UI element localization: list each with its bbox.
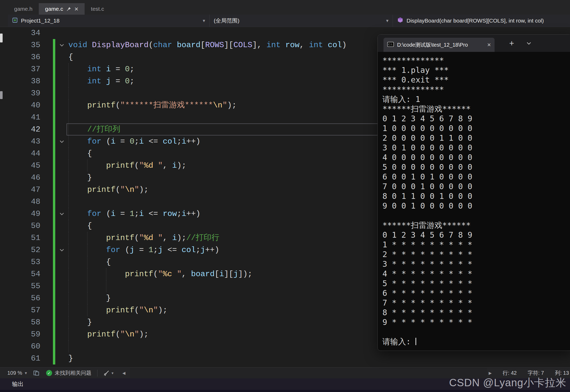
terminal-line: 请输入: 1 (382, 94, 570, 104)
change-tracking-bar (53, 172, 55, 184)
line-number: 48 (0, 196, 44, 208)
change-tracking-bar (53, 304, 55, 316)
line-number: 37 (0, 63, 44, 75)
fold-chevron-icon[interactable] (55, 244, 68, 256)
change-tracking-bar (53, 123, 55, 135)
indent-guide (68, 244, 69, 256)
horizontal-scrollbar[interactable] (130, 368, 487, 378)
change-tracking-bar (53, 39, 55, 51)
indent-guide (68, 196, 69, 208)
fold-margin (55, 280, 68, 292)
line-number: 50 (0, 220, 44, 232)
terminal-line: 9 0 0 1 0 0 0 0 0 0 (382, 201, 570, 211)
change-tracking-bar (53, 340, 55, 352)
code-cleanup-button[interactable]: ▾ (103, 370, 114, 376)
fold-margin (55, 352, 68, 364)
close-icon[interactable]: × (487, 41, 491, 48)
indent-guide (68, 304, 69, 316)
pin-icon[interactable] (66, 7, 71, 12)
tab-game-c[interactable]: game.c× (39, 3, 85, 15)
terminal-line: ************* (382, 85, 570, 94)
tab-label: game.h (14, 6, 32, 12)
indent-guide (68, 111, 69, 123)
terminal-line: 7 0 0 0 1 0 0 0 0 0 (382, 182, 570, 191)
change-tracking-bar (53, 99, 55, 111)
svg-text:C:\: C:\ (388, 43, 392, 46)
fold-chevron-icon[interactable] (55, 39, 68, 51)
indent-guide (68, 75, 69, 87)
indent-guide (106, 280, 106, 292)
fold-margin (55, 99, 68, 111)
indent-guide (68, 328, 69, 340)
terminal-tab-title: D:\code测试版\test_12_18\Pro (397, 41, 484, 48)
change-tracking-bar (53, 184, 55, 196)
indent-guide (68, 123, 69, 135)
scroll-right-button[interactable]: ▶ (489, 371, 492, 375)
fold-margin (55, 292, 68, 304)
divider (97, 370, 97, 377)
member-dropdown[interactable]: DisplayBoard(char board[ROWS][COLS], int… (393, 15, 570, 27)
indent-guide (87, 244, 87, 256)
fold-chevron-icon[interactable] (55, 135, 68, 148)
vs-ide-window: game.hgame.c×test.c Project1_12_18 ▾ (全局… (0, 0, 570, 392)
indent-guide (68, 232, 69, 244)
console-icon: C:\ (387, 41, 394, 49)
indent-guide (87, 268, 87, 280)
project-dropdown-label: Project1_12_18 (21, 18, 59, 24)
fold-margin (55, 160, 68, 172)
indent-guide (68, 172, 69, 184)
line-number: 41 (0, 111, 44, 123)
terminal-line: 8 0 1 1 0 0 1 0 0 0 (382, 191, 570, 201)
line-number: 43 (0, 135, 44, 148)
change-tracking-bar (53, 268, 55, 280)
fold-chevron-icon[interactable] (55, 208, 68, 220)
issues-label: 未找到相关问题 (55, 369, 91, 377)
terminal-tab[interactable]: C:\ D:\code测试版\test_12_18\Pro × (383, 38, 495, 52)
scope-dropdown[interactable]: (全局范围) ▾ (210, 15, 393, 27)
terminal-line: 4 * * * * * * * * * (382, 269, 570, 279)
line-number: 34 (0, 27, 44, 39)
indent-guide (68, 316, 69, 328)
change-tracking-bar (53, 63, 55, 75)
document-tabbar: game.hgame.c×test.c (0, 0, 570, 15)
fold-margin (55, 51, 68, 63)
scroll-left-button[interactable]: ◀ (122, 371, 125, 375)
indent-guide (68, 280, 69, 292)
project-dropdown[interactable]: Project1_12_18 ▾ (8, 15, 210, 27)
tab-dropdown-button[interactable] (526, 40, 532, 46)
terminal-line: 2 * * * * * * * * * (382, 249, 570, 259)
prompt-text: 请输入: (382, 337, 415, 346)
fold-margin (55, 27, 68, 39)
terminal-output[interactable]: **************** 1.play ****** 0.exit **… (378, 52, 570, 346)
terminal-titlebar[interactable]: C:\ D:\code测试版\test_12_18\Pro × + (378, 35, 570, 52)
check-icon: ✓ (46, 370, 52, 376)
tab-game-h[interactable]: game.h (8, 3, 39, 15)
fold-margin (55, 268, 68, 280)
indent-guide (68, 87, 69, 99)
close-icon[interactable]: × (74, 6, 78, 12)
terminal-line: ************* (382, 56, 570, 65)
tab-label: game.c (45, 6, 63, 12)
fold-margin (55, 184, 68, 196)
fold-margin (55, 340, 68, 352)
line-number: 61 (0, 352, 44, 364)
line-number: 45 (0, 160, 44, 172)
fold-margin (55, 196, 68, 208)
chevron-down-icon: ▾ (203, 18, 205, 24)
indent-guide (68, 268, 69, 280)
indent-guide (68, 184, 69, 196)
fold-margin (55, 111, 68, 123)
zoom-control[interactable]: 109 % ▾ (7, 370, 27, 376)
terminal-line: 1 0 0 0 0 0 0 0 0 0 (382, 123, 570, 133)
code-line-61[interactable]: 61} (0, 352, 570, 364)
fold-margin (55, 316, 68, 328)
navigation-bar: Project1_12_18 ▾ (全局范围) ▾ DisplayBoard(c… (0, 15, 570, 27)
new-tab-button[interactable]: + (509, 39, 514, 48)
terminal-line: 6 * * * * * * * * * (382, 288, 570, 298)
indent-guide (68, 220, 69, 232)
issues-indicator[interactable]: ✓ 未找到相关问题 (46, 369, 91, 377)
output-tab-label[interactable]: 输出 (12, 380, 24, 388)
change-tracking-bar (53, 232, 55, 244)
tab-test-c[interactable]: test.c (85, 3, 110, 15)
broom-icon (103, 370, 109, 376)
